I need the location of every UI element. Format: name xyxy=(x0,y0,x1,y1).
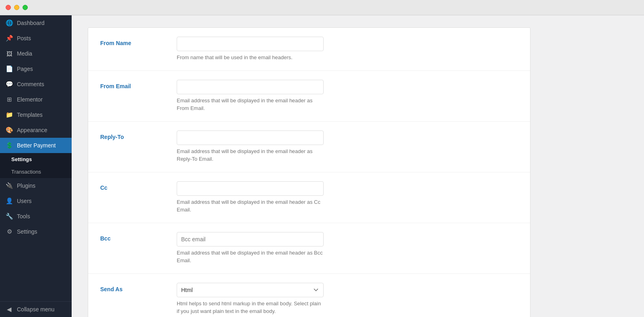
from-email-field: Email address that will be displayed in … xyxy=(165,80,518,112)
bcc-label: Bcc xyxy=(100,232,165,242)
minimize-button[interactable] xyxy=(14,5,19,10)
cc-description: Email address that will be displayed in … xyxy=(177,198,324,214)
better-payment-icon: 💲 xyxy=(6,142,13,149)
send-as-field: Html Plain Html helps to send html marku… xyxy=(165,283,518,315)
from-email-label: From Email xyxy=(100,80,165,89)
sidebar-item-users[interactable]: 👤 Users xyxy=(0,193,72,209)
plugins-icon: 🔌 xyxy=(6,182,13,189)
submenu-item-settings[interactable]: Settings xyxy=(0,153,72,166)
sidebar-item-label: Comments xyxy=(17,81,44,87)
sidebar-item-pages[interactable]: 📄 Pages xyxy=(0,61,72,77)
better-payment-submenu: Settings Transactions xyxy=(0,153,72,178)
sidebar-item-label: Settings xyxy=(17,228,37,235)
main-content: From Name From name that will be used in… xyxy=(72,15,644,317)
from-email-input[interactable] xyxy=(177,80,324,94)
form-row-from-email: From Email Email address that will be di… xyxy=(88,71,530,122)
sidebar-item-label: Templates xyxy=(17,112,43,118)
appearance-icon: 🎨 xyxy=(6,126,13,134)
sidebar-item-label: Dashboard xyxy=(17,20,45,26)
sidebar-item-comments[interactable]: 💬 Comments xyxy=(0,77,72,92)
users-icon: 👤 xyxy=(6,197,13,205)
bcc-input[interactable] xyxy=(177,232,324,247)
posts-icon: 📌 xyxy=(6,35,13,42)
send-as-label: Send As xyxy=(100,283,165,292)
form-row-send-as: Send As Html Plain Html helps to send ht… xyxy=(88,274,530,317)
sidebar-item-media[interactable]: 🖼 Media xyxy=(0,46,72,61)
reply-to-field: Email address that will be displayed in … xyxy=(165,131,518,163)
sidebar-item-label: Elementor xyxy=(17,96,43,103)
sidebar-item-label: Collapse menu xyxy=(17,306,54,313)
send-as-select[interactable]: Html Plain xyxy=(177,283,324,297)
send-as-description: Html helps to send html markup in the em… xyxy=(177,300,324,315)
reply-to-description: Email address that will be displayed in … xyxy=(177,147,324,163)
collapse-icon: ◀ xyxy=(6,306,13,313)
sidebar-item-collapse[interactable]: ◀ Collapse menu xyxy=(0,301,72,317)
dashboard-icon: 🌐 xyxy=(6,19,13,27)
sidebar-item-appearance[interactable]: 🎨 Appearance xyxy=(0,122,72,138)
sidebar-item-dashboard[interactable]: 🌐 Dashboard xyxy=(0,15,72,31)
from-name-description: From name that will be used in the email… xyxy=(177,54,324,62)
sidebar-item-elementor[interactable]: ⊞ Elementor xyxy=(0,92,72,107)
maximize-button[interactable] xyxy=(23,5,28,10)
close-button[interactable] xyxy=(6,5,11,10)
form-row-bcc: Bcc Email address that will be displayed… xyxy=(88,223,530,274)
form-row-cc: Cc Email address that will be displayed … xyxy=(88,172,530,223)
sidebar: 🌐 Dashboard 📌 Posts 🖼 Media 📄 Pages 💬 Co… xyxy=(0,15,72,317)
window-chrome xyxy=(0,0,644,15)
sidebar-item-templates[interactable]: 📁 Templates xyxy=(0,107,72,122)
sidebar-item-label: Pages xyxy=(17,66,33,72)
form-row-reply-to: Reply-To Email address that will be disp… xyxy=(88,122,530,172)
from-name-input[interactable] xyxy=(177,37,324,51)
media-icon: 🖼 xyxy=(6,50,13,57)
sidebar-item-label: Appearance xyxy=(17,127,47,133)
sidebar-item-better-payment[interactable]: 💲 Better Payment xyxy=(0,138,72,153)
sidebar-item-label: Users xyxy=(17,198,32,204)
sidebar-item-plugins[interactable]: 🔌 Plugins xyxy=(0,178,72,193)
cc-input[interactable] xyxy=(177,181,324,196)
from-name-field: From name that will be used in the email… xyxy=(165,37,518,62)
submenu-item-transactions[interactable]: Transactions xyxy=(0,166,72,178)
cc-field: Email address that will be displayed in … xyxy=(165,181,518,214)
reply-to-input[interactable] xyxy=(177,131,324,145)
settings-form: From Name From name that will be used in… xyxy=(88,27,530,317)
settings-icon: ⚙ xyxy=(6,228,13,235)
form-row-from-name: From Name From name that will be used in… xyxy=(88,28,530,71)
bcc-description: Email address that will be displayed in … xyxy=(177,249,324,265)
sidebar-item-label: Media xyxy=(17,50,32,57)
sidebar-item-label: Posts xyxy=(17,35,31,41)
from-name-label: From Name xyxy=(100,37,165,46)
sidebar-item-label: Plugins xyxy=(17,182,35,189)
sidebar-item-posts[interactable]: 📌 Posts xyxy=(0,31,72,46)
elementor-icon: ⊞ xyxy=(6,96,13,103)
reply-to-label: Reply-To xyxy=(100,131,165,140)
comments-icon: 💬 xyxy=(6,81,13,88)
sidebar-item-tools[interactable]: 🔧 Tools xyxy=(0,209,72,224)
bcc-field: Email address that will be displayed in … xyxy=(165,232,518,265)
cc-label: Cc xyxy=(100,181,165,191)
sidebar-item-settings[interactable]: ⚙ Settings xyxy=(0,224,72,239)
from-email-description: Email address that will be displayed in … xyxy=(177,97,324,112)
sidebar-item-label: Tools xyxy=(17,213,30,220)
templates-icon: 📁 xyxy=(6,111,13,118)
tools-icon: 🔧 xyxy=(6,213,13,220)
sidebar-item-label: Better Payment xyxy=(17,142,56,149)
pages-icon: 📄 xyxy=(6,65,13,73)
